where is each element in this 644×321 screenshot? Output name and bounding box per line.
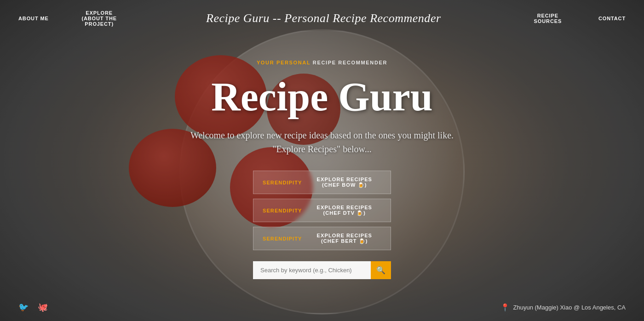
github-icon[interactable]: 🐙 xyxy=(38,302,48,312)
serendipity-label-bow: SERENDIPITY xyxy=(263,180,302,185)
search-icon: 🔍 xyxy=(376,266,385,275)
search-input[interactable] xyxy=(253,261,371,279)
nav-about[interactable]: ABOUT ME xyxy=(18,16,49,21)
serendipity-label-dtv: SERENDIPITY xyxy=(263,208,302,213)
navigation: ABOUT ME EXPLORE (ABOUT THE PROJECT) Rec… xyxy=(0,0,644,37)
explore-label-bert: EXPLORE RECIPES (CHEF BERT 🍺) xyxy=(308,233,381,244)
hero-title: Recipe Guru xyxy=(211,74,433,120)
nav-recipe-sources[interactable]: RECIPE SOURCES xyxy=(525,13,571,24)
hero-description: Welcome to explore new recipe ideas base… xyxy=(184,128,460,156)
location-pin-icon: 📍 xyxy=(500,303,510,312)
search-row: 🔍 xyxy=(253,261,391,279)
footer: 🐦 🐙 📍 Zhuyun (Maggie) Xiao @ Los Angeles… xyxy=(0,293,644,321)
nav-title: Recipe Guru -- Personal Recipe Recommend… xyxy=(122,11,525,25)
button-group: SERENDIPITY EXPLORE RECIPES (CHEF BOW 🍺)… xyxy=(253,171,391,250)
serendipity-btn-bow[interactable]: SERENDIPITY EXPLORE RECIPES (CHEF BOW 🍺) xyxy=(253,171,391,194)
explore-label-bow: EXPLORE RECIPES (CHEF BOW 🍺) xyxy=(308,177,381,188)
subtitle-personal: YOUR PERSONAL xyxy=(257,60,310,65)
location-text: Zhuyun (Maggie) Xiao @ Los Angeles, CA xyxy=(513,304,626,311)
nav-right: RECIPE SOURCES CONTACT xyxy=(525,13,626,24)
main-content: YOUR PERSONAL RECIPE RECOMMENDER Recipe … xyxy=(0,37,644,293)
subtitle: YOUR PERSONAL RECIPE RECOMMENDER xyxy=(257,60,387,65)
subtitle-rest: RECIPE RECOMMENDER xyxy=(310,60,387,65)
serendipity-btn-bert[interactable]: SERENDIPITY EXPLORE RECIPES (CHEF BERT 🍺… xyxy=(253,227,391,250)
nav-left: ABOUT ME EXPLORE (ABOUT THE PROJECT) xyxy=(18,10,122,27)
serendipity-btn-dtv[interactable]: SERENDIPITY EXPLORE RECIPES (CHEF DTV 🍺) xyxy=(253,199,391,222)
footer-location: 📍 Zhuyun (Maggie) Xiao @ Los Angeles, CA xyxy=(500,303,626,312)
nav-explore[interactable]: EXPLORE (ABOUT THE PROJECT) xyxy=(76,10,122,27)
serendipity-label-bert: SERENDIPITY xyxy=(263,236,302,241)
explore-label-dtv: EXPLORE RECIPES (CHEF DTV 🍺) xyxy=(308,205,381,216)
footer-icons: 🐦 🐙 xyxy=(18,302,48,312)
nav-contact[interactable]: CONTACT xyxy=(598,16,626,21)
twitter-icon[interactable]: 🐦 xyxy=(18,302,29,312)
search-button[interactable]: 🔍 xyxy=(371,261,391,279)
